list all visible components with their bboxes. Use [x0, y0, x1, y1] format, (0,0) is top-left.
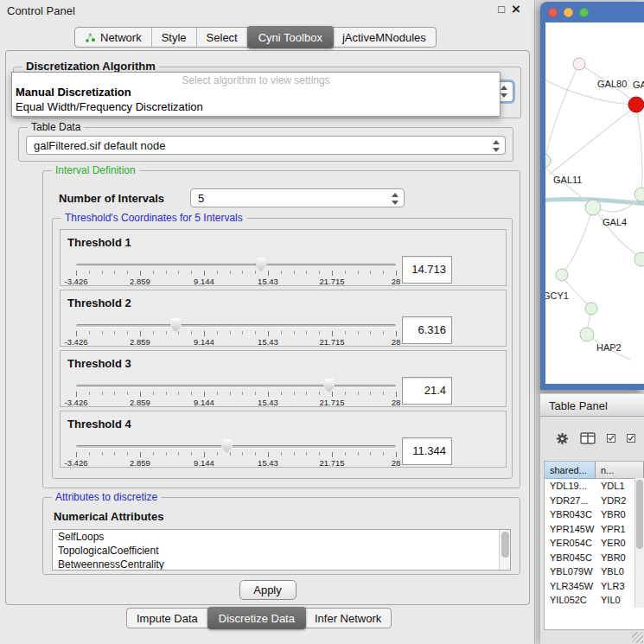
checkbox-checked-icon[interactable]: [607, 434, 615, 443]
table-row[interactable]: YBL079WYBL0: [545, 564, 644, 579]
list-scrollbar[interactable]: [499, 530, 510, 570]
network-node[interactable]: [634, 188, 644, 201]
tick-mark: [294, 392, 295, 395]
tab-jactivemnodules[interactable]: jActiveMNodules: [333, 28, 436, 47]
slider-thumb[interactable]: [170, 318, 182, 332]
tick-mark: [127, 452, 128, 456]
node-label: GA: [633, 80, 644, 90]
network-node[interactable]: [628, 97, 644, 112]
threshold-slider[interactable]: -3.4262.8599.14415.4321.71528: [76, 259, 396, 285]
number-of-intervals-value: 5: [198, 192, 204, 205]
close-icon[interactable]: ×: [512, 2, 520, 17]
numerical-attribute-item[interactable]: TopologicalCoefficient: [53, 544, 510, 558]
column-header-shared-name[interactable]: shared...: [545, 462, 596, 479]
list-scrollbar-thumb[interactable]: [501, 532, 509, 558]
table-scrollbar[interactable]: [634, 478, 644, 608]
tab-style[interactable]: Style: [152, 28, 197, 47]
numerical-attribute-item[interactable]: SelfLoops: [53, 530, 510, 544]
network-view-window[interactable]: GAL80GAGAL11GAL4GCY1HAP2: [540, 2, 644, 390]
slider-thumb[interactable]: [221, 439, 233, 453]
algorithm-option[interactable]: Equal Width/Frequency Discretization: [16, 100, 203, 113]
apply-button[interactable]: Apply: [239, 580, 296, 600]
slider-thumb[interactable]: [256, 258, 267, 271]
number-of-intervals-combo[interactable]: 5: [190, 188, 405, 207]
close-window-icon[interactable]: [548, 8, 558, 17]
table-row[interactable]: YBR043CYBR0: [545, 507, 644, 522]
thresholds-group-label: Threshold's Coordinates for 5 Intervals: [61, 212, 246, 224]
tick-mark: [294, 452, 295, 456]
tab-network[interactable]: Network: [75, 28, 152, 47]
network-edge[interactable]: [549, 108, 634, 175]
tick-mark: [204, 331, 205, 336]
threshold-value-field[interactable]: 21.4: [402, 377, 452, 405]
tab-discretize-data[interactable]: Discretize Data: [207, 607, 306, 629]
tick-mark: [89, 452, 90, 456]
top-tab-strip: NetworkStyleSelectCyni ToolboxjActiveMNo…: [74, 27, 437, 48]
threshold-slider[interactable]: -3.4262.8599.14415.4321.71528: [76, 380, 396, 406]
columns-icon[interactable]: [580, 432, 596, 444]
tick-mark: [396, 331, 397, 336]
tab-label: Impute Data: [137, 612, 198, 625]
table-row[interactable]: YER054CYER0: [545, 536, 644, 551]
tick-mark: [306, 392, 307, 395]
network-edge[interactable]: [636, 107, 642, 191]
tab-select[interactable]: Select: [197, 28, 248, 47]
table-row[interactable]: YPR145WYPR1: [545, 522, 644, 537]
node-label: GAL4: [603, 217, 627, 227]
network-node[interactable]: [580, 328, 594, 341]
slider-thumb[interactable]: [323, 379, 335, 392]
checkbox-checked-icon[interactable]: [627, 434, 635, 443]
tab-infer-network[interactable]: Infer Network: [305, 609, 391, 628]
network-node[interactable]: [573, 58, 585, 70]
table-scrollbar-thumb[interactable]: [636, 480, 643, 549]
table-row[interactable]: YIL052CYIL0: [545, 593, 644, 608]
tick-mark: [217, 392, 218, 395]
float-window-icon[interactable]: □: [498, 2, 505, 17]
algorithm-option[interactable]: Manual Discretization: [16, 86, 131, 99]
gear-icon[interactable]: [556, 432, 569, 445]
tick-mark: [255, 331, 256, 335]
algorithm-popup-hint: Select algorithm to view settings: [12, 74, 500, 86]
tick-mark: [319, 392, 320, 395]
threshold-value-field[interactable]: 6.316: [402, 316, 452, 344]
threshold-value-field[interactable]: 14.713: [402, 256, 452, 284]
window-title: Control Panel: [7, 4, 75, 17]
threshold-slider[interactable]: -3.4262.8599.14415.4321.71528: [76, 441, 396, 467]
network-node[interactable]: [545, 154, 551, 168]
tick-label: 28: [392, 337, 401, 347]
numerical-attribute-item[interactable]: BetweennessCentrality: [53, 558, 510, 571]
table-row[interactable]: YDL19...YDL1: [545, 479, 644, 494]
shared-name-cell: YLR345W: [545, 579, 596, 594]
tick-mark: [127, 392, 128, 395]
network-edge[interactable]: [545, 66, 578, 157]
table-row[interactable]: YDR27...YDR2: [545, 494, 644, 508]
minimize-window-icon[interactable]: [564, 8, 573, 17]
tick-mark: [370, 392, 371, 395]
numerical-attributes-list[interactable]: SelfLoopsTopologicalCoefficientBetweenne…: [52, 529, 511, 571]
tick-mark: [383, 331, 384, 335]
tick-mark: [140, 331, 141, 336]
tab-cyni-toolbox[interactable]: Cyni Toolbox: [247, 26, 334, 48]
tick-label: -3.426: [65, 277, 88, 286]
table-panel-window: Table Panel: [540, 393, 644, 644]
table-row[interactable]: YLR345WYLR3: [545, 579, 644, 594]
tab-impute-data[interactable]: Impute Data: [127, 609, 208, 628]
tick-mark: [102, 271, 103, 274]
network-node[interactable]: [556, 269, 568, 281]
network-edge[interactable]: [563, 209, 592, 273]
tick-mark: [383, 271, 384, 274]
table-data-combo[interactable]: galFiltered.sif default node: [26, 136, 506, 155]
node-label: GCY1: [545, 290, 569, 301]
network-icon: [85, 32, 96, 43]
network-canvas[interactable]: GAL80GAGAL11GAL4GCY1HAP2: [545, 22, 644, 384]
network-node[interactable]: [634, 252, 644, 266]
threshold-slider[interactable]: -3.4262.8599.14415.4321.71528: [76, 320, 396, 346]
resize-grip[interactable]: [632, 632, 643, 643]
threshold-value-field[interactable]: 11.344: [402, 437, 452, 465]
zoom-window-icon[interactable]: [579, 8, 589, 17]
column-header-name[interactable]: n...: [596, 462, 644, 479]
network-node[interactable]: [585, 303, 597, 315]
tick-mark: [294, 331, 295, 335]
network-node[interactable]: [585, 200, 601, 215]
table-row[interactable]: YBR045CYBR0: [545, 551, 644, 565]
